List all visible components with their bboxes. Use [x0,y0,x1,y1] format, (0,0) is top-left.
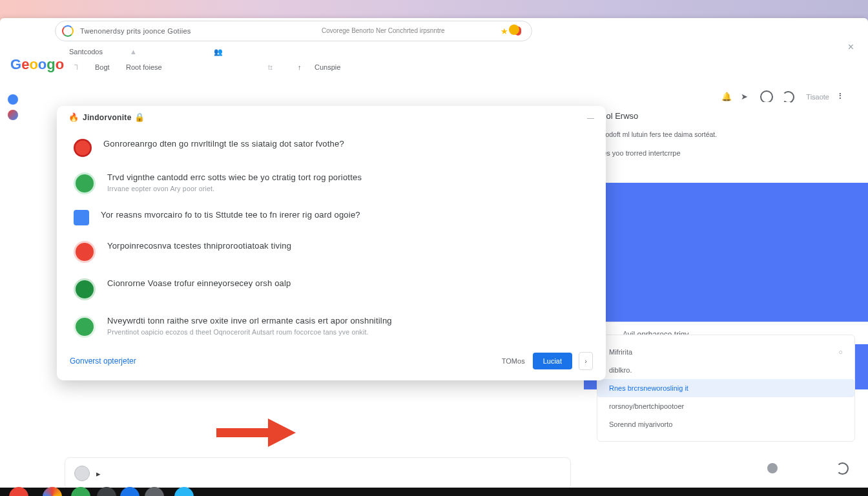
circle-icon [74,278,96,300]
list-item[interactable]: Mifririta○ [609,343,843,361]
toolbar-misc-2: tɪ [268,63,273,72]
people-icon[interactable]: 👥 [214,48,223,56]
circle-icon [74,316,96,338]
reload-icon[interactable] [782,91,794,103]
list-item-selected[interactable]: Rnes brcrsneworoslinig it [597,379,854,397]
lock-icon: 🔒 [134,112,145,122]
footer-reload-icon[interactable] [836,462,849,475]
toolbar-item-root[interactable]: Root foiese [126,63,162,71]
share-icon[interactable]: ➤ [741,92,751,102]
fire-icon: 🔥 [68,112,79,122]
settings-label[interactable]: Tisaote [806,93,829,101]
modal-footer: Gonverst opterjeter TOMos Luciat › [57,346,606,380]
shortcut-caret-icon: ▲ [130,48,137,56]
list-item[interactable]: rorsnoy/bnertchipootoer [609,397,843,415]
shortcuts-label[interactable]: Santcodos [69,48,103,56]
left-rail [0,89,26,125]
info-icon[interactable] [760,90,773,103]
modal-header: 🔥 Jindorvonite 🔒 — [57,106,606,129]
next-button[interactable]: › [579,352,593,370]
record-icon [74,139,92,157]
right-panel-subtitle: woodoft ml lutuin fers tee daima sortéat… [584,130,868,140]
chrome-icon [74,172,96,194]
site-icon [62,25,74,37]
avatar-icon [74,466,90,481]
dock-app[interactable] [97,487,116,496]
right-list: Mifririta○ diblkro. Rnes brcrsneworoslin… [597,335,855,442]
suggestion-row[interactable]: Yor reasns mvorcairo fo to tis Sttutde t… [57,202,606,233]
modal-title: Jindorvonite [83,113,132,122]
dock-app[interactable] [145,487,164,496]
right-panel: bool Erwso woodoft ml lutuin fers tee da… [584,102,868,462]
omnibox-suggestion: Covorege Benorto Ner Conchrted irpsnntre [322,27,445,34]
suggestions-modal: 🔥 Jindorvonite 🔒 — Gonroreanrgo dten go … [57,106,606,380]
annotation-arrow [213,413,297,452]
footer-status-icon[interactable] [767,463,778,473]
list-item[interactable]: Sorennd miyarivorto [609,415,843,433]
suggestion-row[interactable]: Cionrorne Voase trofur einneyorsecey ors… [57,271,606,308]
dock-app[interactable] [9,487,28,496]
right-panel-link[interactable]: rses yoo trorred intertcrrpe [584,140,868,157]
modal-body: Gonroreanrgo dten go rnvrltilngt tle ss … [57,129,606,346]
caret-icon: ▸ [96,469,101,479]
dock-app[interactable] [120,487,140,496]
taskbar [0,488,868,496]
bell-icon[interactable]: 🔔 [721,92,732,102]
secondary-toolbar: Santcodos ▲ 👥 Ꞁ Bogt Root foiese tɪ ↑ Cu… [55,44,855,83]
toolbar-item-bogt[interactable]: Bogt [95,63,110,71]
dock-app[interactable] [174,487,194,496]
rail-app-icon[interactable] [8,110,18,120]
footer-link[interactable]: Gonverst opterjeter [70,356,136,366]
bookmark-star-icon[interactable]: ★ [501,26,508,36]
suggestion-row[interactable]: Nveywrdti tonn raithe srve oxite inve or… [57,308,606,346]
primary-button[interactable]: Luciat [533,353,572,369]
list-item[interactable]: diblkro. [609,361,843,379]
right-panel-title: bool Erwso [584,102,868,130]
more-icon[interactable]: ⠇ [838,92,849,102]
dock-app[interactable] [71,487,90,496]
profile-avatar[interactable] [509,25,519,35]
header-actions: 🔔 ➤ Tisaote ⠇ [721,90,849,103]
compose-box[interactable]: ▸ [65,457,571,490]
suggestion-row[interactable]: Yorpoinrecosnva tcestes thniprorootiatoa… [57,233,606,271]
upload-icon[interactable]: ↑ [298,63,302,71]
omnibox[interactable]: ★ [55,21,532,41]
google-logo: G e o o g o [10,56,62,74]
secondary-button[interactable]: TOMos [502,357,525,365]
minimize-icon[interactable]: — [587,114,594,121]
suggestion-row[interactable]: Gonroreanrgo dten go rnvrltilngt tle ss … [57,131,606,165]
target-icon [74,241,96,263]
rail-chat-icon[interactable] [8,94,18,105]
suggestion-row[interactable]: Trvd vignthe cantodd errc sotts wiec be … [57,165,606,202]
toolbar-item-cunspie[interactable]: Cunspie [315,63,340,71]
browser-window: × ★ Covorege Benorto Ner Conchrted irpsn… [0,18,868,488]
dock-app-chrome[interactable] [43,487,62,496]
doc-icon [74,210,89,225]
toolbar-misc-1: Ꞁ [74,63,78,72]
